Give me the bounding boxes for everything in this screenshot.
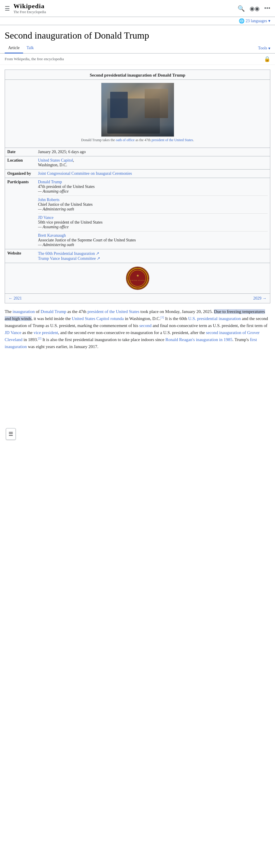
svg-text:★: ★	[136, 274, 139, 278]
date-label: Date	[5, 148, 36, 156]
kavanaugh-desc: Associate Justice of the Supreme Court o…	[38, 238, 136, 242]
participants-value: Donald Trump 47th president of the Unite…	[36, 178, 270, 249]
inauguration-link[interactable]: inauguration	[12, 309, 35, 314]
table-row: Participants Donald Trump 47th president…	[5, 178, 270, 249]
participant-vance: JD Vance 50th vice president of the Unit…	[38, 213, 268, 229]
source-note-text: From Wikipedia, the free encyclopedia	[5, 57, 64, 61]
second-term-link[interactable]: second	[140, 323, 152, 328]
tab-article[interactable]: Article	[5, 43, 23, 54]
infobox-title: Second presidential inauguration of Dona…	[5, 70, 270, 80]
trump-role: — Assuming office	[38, 189, 69, 193]
organized-by-value: Joint Congressional Committee on Inaugur…	[36, 169, 270, 178]
prev-inauguration-link[interactable]: ← 2021	[8, 296, 22, 301]
table-row: Website The 60th Presidential Inaugurati…	[5, 249, 270, 263]
vance-desc: 50th vice president of the United States	[38, 220, 102, 224]
inauguration-photo	[101, 83, 174, 137]
location-label: Location	[5, 156, 36, 169]
infobox-image-area: Donald Trump takes the oath of office as…	[5, 80, 270, 148]
language-count: 23 languages	[246, 19, 267, 23]
main-content: Second presidential inauguration of Dona…	[0, 65, 275, 358]
kavanaugh-role: — Administering oath	[38, 243, 74, 247]
capitol-rotunda-link[interactable]: United States Capitol rotunda	[72, 316, 124, 321]
site-logo: Wikipedia The Free Encyclopedia	[13, 2, 238, 14]
appearance-icon[interactable]: ◉◉	[250, 5, 259, 12]
roberts-role: — Administering oath	[38, 207, 74, 211]
ref-2-link[interactable]: [2]	[38, 337, 41, 340]
roberts-desc: Chief Justice of the United States	[38, 202, 93, 207]
jd-vance-link[interactable]: JD Vance	[5, 330, 21, 335]
infobox-nav: ← 2021 2029 →	[5, 293, 270, 303]
content-tabs: Article Talk Tools ▾	[0, 43, 275, 54]
date-value: January 20, 2025; 6 days ago	[36, 148, 270, 156]
infobox: Second presidential inauguration of Dona…	[5, 69, 270, 303]
svg-point-0	[128, 268, 148, 288]
oath-link[interactable]: oath of office	[116, 138, 134, 142]
table-row: Date January 20, 2025; 6 days ago	[5, 148, 270, 156]
article-paragraph-1: The inauguration of Donald Trump as the …	[5, 308, 270, 350]
vance-role: — Assuming office	[38, 225, 69, 229]
website-value: The 60th Presidential Inauguration ↗ Tru…	[36, 249, 270, 263]
tab-talk[interactable]: Talk	[23, 43, 37, 54]
ref-1-link[interactable]: [1]	[161, 316, 164, 319]
president-link[interactable]: president of the United States	[152, 138, 193, 142]
infobox-caption: Donald Trump takes the oath of office as…	[8, 137, 267, 145]
chevron-down-icon: ▾	[268, 46, 270, 51]
website-label: Website	[5, 249, 36, 263]
header-actions: 🔍 ◉◉ •••	[238, 5, 270, 12]
potus-link[interactable]: president of the United States	[87, 309, 139, 314]
kavanaugh-link[interactable]: Brett Kavanaugh	[38, 233, 66, 238]
language-link[interactable]: 🌐 23 languages ▾	[239, 18, 270, 24]
more-menu-icon[interactable]: •••	[264, 5, 270, 12]
reagan-link[interactable]: Ronald Reagan's inauguration in 1985	[165, 337, 232, 342]
participants-label: Participants	[5, 178, 36, 249]
infobox-table: Date January 20, 2025; 6 days ago Locati…	[5, 148, 270, 263]
ref-1: [1]	[161, 316, 164, 319]
participant-kavanaugh: Brett Kavanaugh Associate Justice of the…	[38, 231, 268, 247]
inauguration-site-link[interactable]: The 60th Presidential Inauguration ↗	[38, 251, 99, 256]
page-title-area: Second inauguration of Donald Trump	[0, 25, 275, 41]
vance-link[interactable]: JD Vance	[38, 215, 54, 220]
chevron-down-icon: ▾	[268, 19, 270, 23]
participant-trump: Donald Trump 47th president of the Unite…	[38, 180, 268, 194]
site-name: Wikipedia	[13, 2, 238, 10]
donald-trump-link[interactable]: Donald Trump	[41, 309, 66, 314]
table-row: Organized by Joint Congressional Committ…	[5, 169, 270, 178]
participant-roberts: John Roberts Chief Justice of the United…	[38, 195, 268, 212]
ref-2: [2]	[38, 337, 41, 340]
next-inauguration-link[interactable]: 2029 →	[253, 296, 267, 301]
committee-site-link[interactable]: Trump Vance Inaugural Committee ↗	[38, 256, 100, 261]
presidential-seal: ★ UNITED STATES	[126, 267, 149, 290]
search-icon[interactable]: 🔍	[238, 5, 245, 12]
infobox-seal: ★ UNITED STATES	[5, 263, 270, 293]
translate-icon: 🌐	[239, 18, 245, 24]
jccic-link[interactable]: Joint Congressional Committee on Inaugur…	[38, 171, 132, 176]
capitol-link[interactable]: United States Capitol	[38, 158, 73, 162]
tools-menu[interactable]: Tools ▾	[258, 46, 270, 51]
trump-link[interactable]: Donald Trump	[38, 180, 62, 184]
tools-label: Tools	[258, 46, 267, 51]
encyclopedia-note: From Wikipedia, the free encyclopedia 🔒	[0, 54, 275, 65]
roberts-link[interactable]: John Roberts	[38, 197, 60, 202]
site-tagline: The Free Encyclopedia	[13, 10, 238, 14]
location-value: United States Capitol,Washington, D.C.	[36, 156, 270, 169]
table-row: Location United States Capitol,Washingto…	[5, 156, 270, 169]
us-inauguration-link[interactable]: U.S. presidential inauguration	[188, 316, 241, 321]
article-body: The inauguration of Donald Trump as the …	[5, 308, 270, 350]
svg-text:UNITED STATES: UNITED STATES	[130, 280, 145, 281]
page-title: Second inauguration of Donald Trump	[5, 30, 270, 41]
organized-by-label: Organized by	[5, 169, 36, 178]
site-header: ☰ Wikipedia The Free Encyclopedia 🔍 ◉◉ •…	[0, 0, 275, 17]
vp-link[interactable]: vice president	[34, 330, 58, 335]
hamburger-menu-icon[interactable]: ☰	[5, 5, 10, 12]
trump-desc: 47th president of the United States	[38, 184, 95, 189]
language-bar: 🌐 23 languages ▾	[0, 17, 275, 25]
lock-icon: 🔒	[264, 56, 270, 62]
